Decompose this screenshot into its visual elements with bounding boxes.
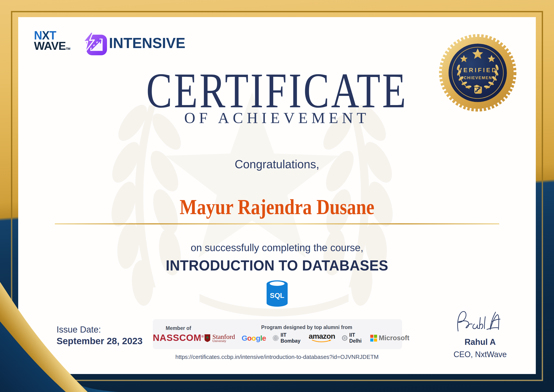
greeting-text: Congratulations, bbox=[0, 158, 554, 171]
google-letter: G bbox=[242, 334, 247, 342]
microsoft-square bbox=[374, 338, 377, 342]
nxtwave-logo: NXT WAVETM bbox=[34, 30, 70, 51]
member-of-label: Member of bbox=[166, 325, 191, 331]
gold-divider-rule bbox=[55, 223, 499, 224]
certificate-subtitle: OF ACHIEVEMENT bbox=[0, 109, 554, 127]
signature-block: Rahul A CEO, NxtWave bbox=[438, 309, 522, 359]
google-wordmark: Google bbox=[242, 334, 266, 343]
google-letter: o bbox=[247, 334, 252, 342]
microsoft-square bbox=[374, 335, 377, 338]
nxtwave-logo-nxt: NXT bbox=[34, 30, 70, 41]
stanford-text: Stanford University bbox=[212, 334, 235, 343]
corner-ribbon-decoration bbox=[0, 230, 136, 392]
signer-title: CEO, NxtWave bbox=[438, 350, 522, 359]
program-label: Program designed by top alumni from bbox=[261, 324, 352, 330]
microsoft-square bbox=[370, 335, 373, 338]
amazon-smile-icon bbox=[311, 339, 333, 343]
google-logo: Google bbox=[242, 334, 266, 343]
amazon-wordmark: amazon bbox=[309, 333, 335, 339]
iit-delhi-text: IIT Delhi bbox=[349, 332, 364, 344]
iit-bombay-logo: IIT Bombay bbox=[272, 332, 302, 344]
stanford-shield-icon bbox=[204, 334, 211, 342]
issue-date-value: September 28, 2023 bbox=[56, 336, 143, 346]
certificate-page: NXT WAVETM INTENSIVE bbox=[0, 0, 554, 392]
sql-label: SQL bbox=[270, 292, 284, 299]
issue-date-block: Issue Date: September 28, 2023 bbox=[56, 325, 143, 346]
partner-bar: Member of NASSCOM® Program designed by t… bbox=[153, 319, 402, 349]
program-section: Program designed by top alumni from Stan… bbox=[204, 319, 409, 349]
course-title: INTRODUCTION TO DATABASES bbox=[8, 257, 546, 274]
signature-handwriting bbox=[453, 309, 507, 336]
intensive-app-icon bbox=[82, 32, 108, 56]
iit-bombay-emblem-icon bbox=[272, 334, 279, 342]
microsoft-squares-icon bbox=[370, 335, 377, 342]
iit-delhi-logo: IIT Delhi bbox=[342, 332, 364, 344]
google-letter: g bbox=[256, 334, 260, 342]
google-letter: o bbox=[251, 334, 256, 342]
nasscom-logo: NASSCOM® bbox=[153, 333, 204, 343]
member-section: Member of NASSCOM® bbox=[153, 319, 204, 349]
nxtwave-logo-wave: WAVETM bbox=[34, 41, 70, 51]
google-letter: e bbox=[262, 334, 266, 342]
stanford-logo: Stanford University bbox=[204, 334, 235, 343]
microsoft-square bbox=[370, 338, 373, 342]
iit-bombay-text: IIT Bombay bbox=[281, 332, 302, 344]
issue-date-label: Issue Date: bbox=[56, 325, 143, 335]
amazon-logo: amazon bbox=[309, 333, 335, 343]
signer-name: Rahul A bbox=[438, 337, 522, 347]
sql-database-icon: SQL bbox=[265, 279, 289, 308]
completion-text: on successfully completing the course, bbox=[0, 242, 554, 254]
iit-delhi-emblem-icon bbox=[342, 334, 347, 342]
microsoft-wordmark: Microsoft bbox=[379, 334, 409, 342]
intensive-wordmark: INTENSIVE bbox=[109, 35, 185, 51]
partner-logo-row: Stanford University Google IIT Bombay bbox=[204, 332, 409, 344]
recipient-name: Mayur Rajendra Dusane bbox=[8, 195, 546, 219]
microsoft-logo: Microsoft bbox=[370, 334, 409, 342]
